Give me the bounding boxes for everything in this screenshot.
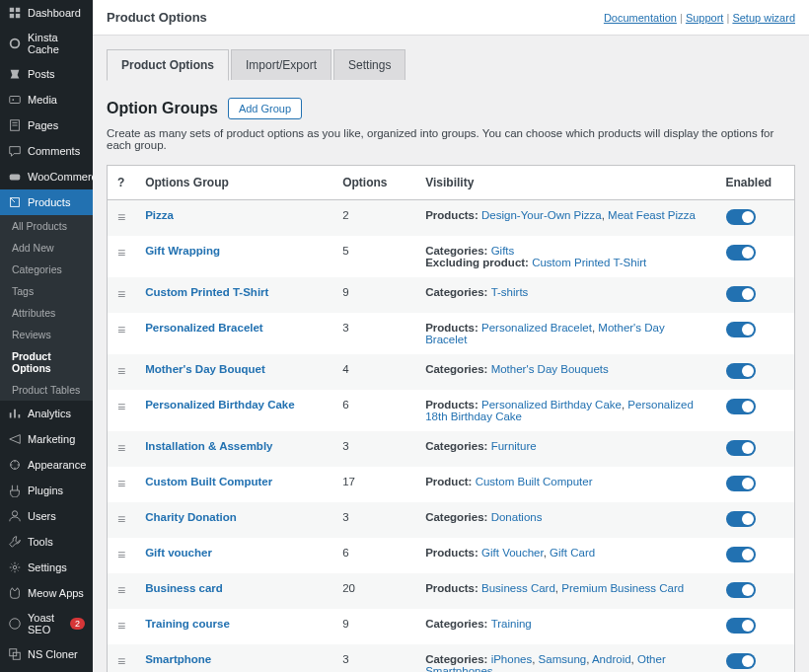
drag-handle-icon[interactable]: ≡ <box>117 245 125 261</box>
tab-product-options[interactable]: Product Options <box>107 49 229 81</box>
visibility-link[interactable]: Samsung <box>539 653 587 665</box>
visibility-link[interactable]: Training <box>491 618 532 630</box>
enabled-toggle[interactable] <box>726 618 756 634</box>
drag-handle-icon[interactable]: ≡ <box>117 476 125 491</box>
drag-handle-icon[interactable]: ≡ <box>117 618 125 634</box>
group-name-link[interactable]: Gift voucher <box>145 547 212 559</box>
drag-handle-icon[interactable]: ≡ <box>117 653 125 669</box>
enabled-toggle[interactable] <box>726 547 756 562</box>
visibility-link[interactable]: Personalized Birthday Cake <box>481 399 622 411</box>
sidebar-item-appearance[interactable]: Appearance <box>0 452 93 478</box>
enabled-toggle[interactable] <box>726 286 756 302</box>
submenu-item-attributes[interactable]: Attributes <box>0 302 93 324</box>
th-visibility[interactable]: Visibility <box>415 166 715 200</box>
visibility-link[interactable]: T-shirts <box>491 286 529 298</box>
group-name-link[interactable]: Custom Printed T-Shirt <box>145 286 268 298</box>
tab-settings[interactable]: Settings <box>333 49 405 80</box>
sidebar-item-analytics[interactable]: Analytics <box>0 401 93 426</box>
tab-import-export[interactable]: Import/Export <box>231 49 331 80</box>
sidebar-item-label: Posts <box>28 68 55 80</box>
visibility-link[interactable]: Premium Business Card <box>561 582 684 594</box>
drag-handle-icon[interactable]: ≡ <box>117 286 125 302</box>
visibility-link[interactable]: Mother's Day Bouquets <box>491 363 609 375</box>
visibility-link[interactable]: Custom Built Computer <box>476 476 593 487</box>
sidebar-item-pages[interactable]: Pages <box>0 112 93 138</box>
sidebar-item-plugins[interactable]: Plugins <box>0 478 93 503</box>
sidebar-item-kinsta-cache[interactable]: Kinsta Cache <box>0 26 93 61</box>
drag-handle-icon[interactable]: ≡ <box>117 363 125 379</box>
submenu-item-add-new[interactable]: Add New <box>0 237 93 259</box>
submenu-item-product-options[interactable]: Product Options <box>0 345 93 379</box>
enabled-toggle[interactable] <box>726 440 756 456</box>
sidebar-item-settings[interactable]: Settings <box>0 555 93 580</box>
drag-handle-icon[interactable]: ≡ <box>117 322 125 337</box>
visibility-link[interactable]: Furniture <box>491 440 537 452</box>
visibility-link[interactable]: Gift Card <box>550 547 595 559</box>
plugins-icon <box>8 484 22 497</box>
submenu-item-reviews[interactable]: Reviews <box>0 324 93 345</box>
add-group-button[interactable]: Add Group <box>228 98 302 119</box>
drag-handle-icon[interactable]: ≡ <box>117 547 125 562</box>
group-name-link[interactable]: Pizza <box>145 209 174 221</box>
enabled-toggle[interactable] <box>726 582 756 598</box>
svg-rect-0 <box>10 8 14 12</box>
enabled-toggle[interactable] <box>726 322 756 337</box>
visibility-link[interactable]: Meat Feast Pizza <box>608 209 696 221</box>
visibility-link[interactable]: Business Card <box>481 582 555 594</box>
doc-link[interactable]: Documentation <box>604 12 677 24</box>
th-name[interactable]: Options Group <box>135 166 332 200</box>
submenu-item-tags[interactable]: Tags <box>0 280 93 302</box>
drag-handle-icon[interactable]: ≡ <box>117 582 125 598</box>
group-name-link[interactable]: Personalized Bracelet <box>145 322 263 334</box>
visibility-link[interactable]: Custom Printed T-Shirt <box>532 257 646 268</box>
sidebar-item-marketing[interactable]: Marketing <box>0 426 93 452</box>
sidebar-item-posts[interactable]: Posts <box>0 61 93 87</box>
sidebar-item-products[interactable]: Products <box>0 189 93 215</box>
th-enabled[interactable]: Enabled <box>716 166 795 200</box>
drag-handle-icon[interactable]: ≡ <box>117 440 125 456</box>
enabled-toggle[interactable] <box>726 511 756 527</box>
sidebar-item-comments[interactable]: Comments <box>0 138 93 164</box>
visibility-link[interactable]: Donations <box>491 511 543 523</box>
drag-handle-icon[interactable]: ≡ <box>117 399 125 414</box>
enabled-toggle[interactable] <box>726 399 756 414</box>
sidebar-item-media[interactable]: Media <box>0 87 93 112</box>
sidebar-item-label: Users <box>28 510 56 522</box>
enabled-toggle[interactable] <box>726 476 756 491</box>
visibility-link[interactable]: Android <box>592 653 631 665</box>
visibility-link[interactable]: Design-Your-Own Pizza <box>481 209 602 221</box>
submenu-item-categories[interactable]: Categories <box>0 259 93 280</box>
visibility-link[interactable]: Gift Voucher <box>481 547 544 559</box>
visibility-link[interactable]: Gifts <box>491 245 515 257</box>
visibility-link[interactable]: Personalized Bracelet <box>481 322 592 334</box>
group-name-link[interactable]: Smartphone <box>145 653 211 665</box>
group-name-link[interactable]: Mother's Day Bouquet <box>145 363 265 375</box>
sidebar-item-meow-apps[interactable]: Meow Apps <box>0 580 93 606</box>
group-name-link[interactable]: Gift Wrapping <box>145 245 220 257</box>
sidebar-item-tools[interactable]: Tools <box>0 529 93 555</box>
sidebar-item-dashboard[interactable]: Dashboard <box>0 0 93 26</box>
sidebar-item-accessibility-checker[interactable]: Accessibility Checker <box>0 667 93 672</box>
sidebar-item-users[interactable]: Users <box>0 503 93 529</box>
support-link[interactable]: Support <box>686 12 724 24</box>
visibility-link[interactable]: iPhones <box>491 653 533 665</box>
th-options[interactable]: Options <box>332 166 415 200</box>
submenu-item-product-tables[interactable]: Product Tables <box>0 379 93 401</box>
enabled-toggle[interactable] <box>726 209 756 225</box>
enabled-toggle[interactable] <box>726 245 756 261</box>
group-name-link[interactable]: Training course <box>145 618 230 630</box>
sidebar-item-woocommerce[interactable]: WooCommerce <box>0 164 93 189</box>
sidebar-item-ns-cloner[interactable]: NS Cloner <box>0 641 93 667</box>
group-name-link[interactable]: Personalized Birthday Cake <box>145 399 294 411</box>
enabled-toggle[interactable] <box>726 363 756 379</box>
group-name-link[interactable]: Charity Donation <box>145 511 237 523</box>
drag-handle-icon[interactable]: ≡ <box>117 511 125 527</box>
drag-handle-icon[interactable]: ≡ <box>117 209 125 225</box>
sidebar-item-yoast-seo[interactable]: Yoast SEO2 <box>0 606 93 641</box>
wizard-link[interactable]: Setup wizard <box>732 12 795 24</box>
enabled-toggle[interactable] <box>726 653 756 669</box>
group-name-link[interactable]: Installation & Assembly <box>145 440 272 452</box>
group-name-link[interactable]: Business card <box>145 582 223 594</box>
group-name-link[interactable]: Custom Built Computer <box>145 476 272 487</box>
submenu-item-all-products[interactable]: All Products <box>0 215 93 237</box>
